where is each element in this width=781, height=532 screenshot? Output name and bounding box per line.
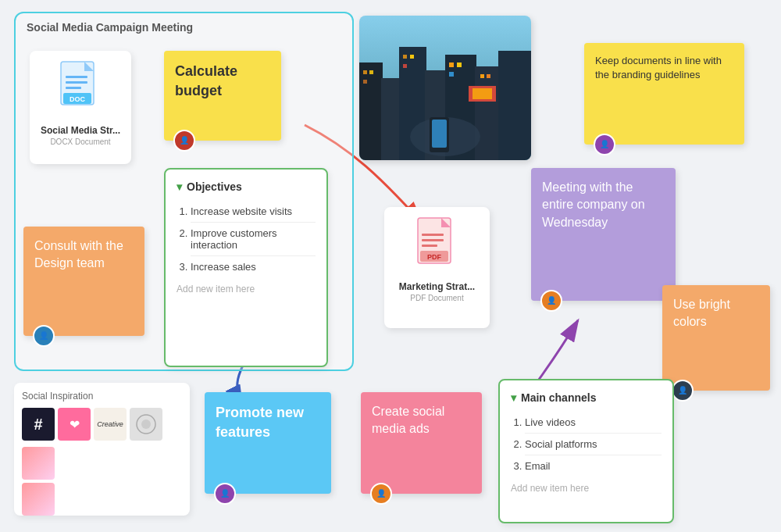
svg-rect-37 [422, 239, 444, 241]
pdf-icon: PDF [414, 216, 461, 275]
channels-item-2: Social platforms [525, 434, 662, 455]
doc-card-marketing[interactable]: PDF Marketing Strat... PDF Document [384, 207, 490, 328]
social-thumb-5[interactable] [22, 447, 55, 480]
objectives-add[interactable]: Add new item here [177, 284, 316, 295]
svg-rect-26 [449, 72, 454, 77]
doc-icon: DOC [57, 60, 104, 119]
photo-card [359, 16, 531, 160]
objectives-item-1: Increase website visits [191, 201, 316, 223]
svg-point-42 [141, 420, 151, 429]
channels-title: ▾ Main channels [511, 391, 662, 404]
channels-add[interactable]: Add new item here [511, 483, 662, 494]
sticky-calculate-text: Calculate budget [175, 63, 237, 98]
doc-subtitle: DOCX Document [50, 137, 110, 146]
avatar-social-ads: 👤 [370, 483, 392, 505]
social-thumb-5-full[interactable] [22, 483, 55, 516]
avatar-bright: 👤 [672, 380, 694, 402]
canvas: Social Media Campaign Meeting DOC Social… [0, 0, 781, 532]
sticky-calculate[interactable]: Calculate budget 👤 [164, 51, 281, 141]
channels-triangle: ▾ [511, 391, 516, 404]
social-thumb-4[interactable] [130, 408, 162, 441]
channels-list: Live videos Social platforms Email [511, 412, 662, 477]
svg-rect-21 [403, 55, 407, 59]
svg-rect-23 [403, 64, 407, 68]
avatar-meeting: 👤 [540, 290, 562, 312]
channels-item-3: Email [525, 455, 662, 477]
svg-rect-11 [359, 62, 383, 160]
avatar-branding: 👤 [594, 134, 615, 155]
sticky-consult-text: Consult with the Design team [34, 239, 123, 270]
sticky-bright-text: Use bright colors [673, 298, 730, 328]
social-thumb-1[interactable]: # [22, 408, 55, 441]
svg-rect-20 [363, 80, 367, 84]
channels-item-1: Live videos [525, 412, 662, 434]
objectives-item-2: Improve customers interaction [191, 223, 316, 256]
svg-rect-16 [475, 66, 500, 160]
sticky-promote[interactable]: Promote new features 👤 [205, 392, 331, 494]
social-thumb-2[interactable]: ❤ [58, 408, 91, 441]
svg-rect-6 [66, 81, 87, 84]
objectives-card[interactable]: ▾ Objectives Increase website visits Imp… [164, 168, 328, 367]
sticky-branding[interactable]: Keep documents in line with the branding… [584, 43, 744, 145]
svg-rect-33 [473, 88, 492, 99]
pdf-subtitle: PDF Document [410, 294, 463, 302]
sticky-social-ads[interactable]: Create social media ads 👤 [361, 392, 482, 494]
svg-rect-17 [498, 51, 531, 160]
svg-rect-38 [422, 245, 437, 247]
pdf-title: Marketing Strat... [399, 281, 475, 292]
svg-rect-25 [457, 62, 462, 67]
sticky-meeting-text: Meeting with the entire company on Wedne… [542, 180, 645, 229]
sticky-bright[interactable]: Use bright colors 👤 [662, 285, 770, 391]
social-inspiration-box: Social Inspiration # ❤ Creative [14, 383, 190, 516]
avatar-promote: 👤 [214, 483, 236, 505]
social-grid: # ❤ Creative [22, 408, 182, 480]
svg-rect-31 [432, 120, 447, 148]
social-inspiration-title: Social Inspiration [22, 391, 182, 402]
channels-card[interactable]: ▾ Main channels Live videos Social platf… [498, 379, 674, 523]
doc-card-social[interactable]: DOC Social Media Str... DOCX Document [30, 51, 131, 164]
svg-rect-24 [449, 62, 454, 67]
avatar-calculate: 👤 [173, 130, 195, 152]
svg-rect-5 [66, 76, 87, 78]
objectives-title: ▾ Objectives [177, 180, 316, 193]
group-title: Social Media Campaign Meeting [27, 21, 193, 34]
objectives-item-3: Increase sales [191, 256, 316, 277]
sticky-social-ads-text: Create social media ads [372, 405, 444, 435]
svg-rect-36 [422, 234, 444, 236]
svg-rect-12 [381, 78, 401, 160]
social-thumb-3[interactable]: Creative [94, 408, 127, 441]
svg-text:DOC: DOC [70, 95, 86, 103]
doc-title: Social Media Str... [41, 125, 120, 136]
sticky-promote-text: Promote new features [216, 405, 304, 440]
svg-rect-27 [480, 74, 484, 78]
sticky-consult[interactable]: Consult with the Design team 👤 [23, 227, 144, 336]
svg-rect-28 [487, 74, 490, 78]
objectives-list: Increase website visits Improve customer… [177, 201, 316, 277]
svg-rect-18 [363, 70, 367, 74]
svg-rect-7 [66, 87, 81, 89]
svg-rect-19 [369, 70, 373, 74]
svg-text:PDF: PDF [427, 253, 442, 261]
avatar-consult: 👤 [33, 325, 55, 347]
svg-rect-22 [410, 55, 414, 59]
sticky-meeting[interactable]: Meeting with the entire company on Wedne… [531, 168, 676, 301]
objectives-triangle: ▾ [177, 180, 182, 193]
sticky-branding-text: Keep documents in line with the branding… [595, 55, 722, 80]
